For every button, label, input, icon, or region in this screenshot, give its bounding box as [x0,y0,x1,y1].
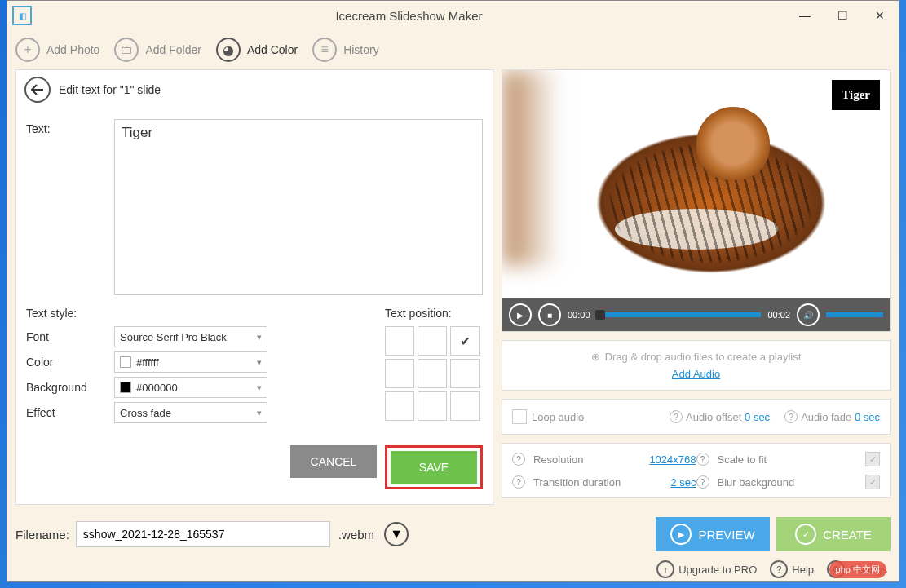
edit-header: Edit text for "1" slide [16,70,493,109]
output-settings: ? Resolution 1024x768 ? Scale to fit ✓ ?… [502,443,891,498]
tiger-illustration [550,91,843,278]
filename-input[interactable] [76,521,330,547]
time-total: 00:02 [767,310,790,320]
save-highlight: SAVE [385,445,483,489]
audio-offset-value[interactable]: 0 sec [745,411,770,423]
font-dropdown[interactable]: Source Serif Pro Black [114,326,267,347]
close-button[interactable]: ✕ [861,2,899,29]
player-bar: ▶ ■ 00:00 00:02 🔊 [502,298,890,331]
save-button[interactable]: SAVE [391,451,477,484]
position-top-left[interactable] [385,326,414,356]
window-title: Icecream Slideshow Maker [32,9,786,23]
window-controls: — ☐ ✕ [786,2,899,29]
position-bottom-center[interactable] [418,391,447,421]
palette-icon: ◕ [216,38,241,62]
blur-row: ? Blur background ✓ [696,475,881,489]
transition-value[interactable]: 2 sec [670,476,696,489]
help-icon[interactable]: ? [696,475,709,489]
chevron-down-icon: ▼ [390,527,403,542]
preview-image: Tiger [502,70,890,298]
audio-offset-field: ? Audio offset 0 sec [670,410,770,423]
background-label: Background [26,381,114,394]
add-audio-link[interactable]: Add Audio [672,368,720,380]
app-icon: ◧ [12,6,32,25]
audio-panel: ⊕ Drag & drop audio files to create a pl… [502,340,891,391]
preview-button[interactable]: ▶ PREVIEW [656,517,770,551]
upgrade-link[interactable]: ↑ Upgrade to PRO [656,560,757,578]
effect-label: Effect [26,406,114,419]
color-swatch [120,356,131,368]
color-label: Color [26,356,114,369]
edit-title: Edit text for "1" slide [59,83,161,96]
position-bottom-left[interactable] [385,391,414,421]
volume-bar[interactable] [826,312,883,317]
position-middle-right[interactable] [450,359,480,388]
position-grid: ✔ [385,326,483,421]
blur-checkbox[interactable]: ✓ [865,475,880,489]
position-middle-left[interactable] [385,359,414,388]
position-middle-center[interactable] [418,359,447,388]
create-button[interactable]: ✓ CREATE [776,517,891,551]
audio-fade-value[interactable]: 0 sec [855,411,880,423]
edit-panel: Edit text for "1" slide Text: Text style… [15,69,493,505]
add-photo-button[interactable]: + Add Photo [15,38,99,62]
background-dropdown[interactable]: #000000 [114,377,267,398]
scale-checkbox[interactable]: ✓ [865,452,880,466]
position-bottom-right[interactable] [450,391,480,421]
footer: ↑ Upgrade to PRO ? Help ⚙ Settings [7,557,899,581]
time-current: 00:00 [568,310,590,320]
history-button[interactable]: ≡ History [312,38,379,62]
progress-thumb[interactable] [595,310,605,320]
add-color-button[interactable]: ◕ Add Color [216,38,298,62]
right-column: Tiger ▶ ■ 00:00 00:02 🔊 ⊕ Drag & drop au… [502,69,891,505]
arrow-left-icon [31,84,44,95]
loop-audio-checkbox[interactable]: Loop audio [512,409,584,424]
text-style-group: Text style: Font Source Serif Pro Black … [26,307,369,427]
ext-dropdown-button[interactable]: ▼ [384,522,409,546]
play-icon: ▶ [670,524,692,545]
minimize-button[interactable]: — [786,2,824,29]
text-position-group: Text position: ✔ [385,307,483,427]
filename-ext: .webm [338,528,374,542]
help-icon[interactable]: ? [696,453,709,466]
stop-button[interactable]: ■ [538,303,561,326]
plus-icon: + [15,38,40,62]
play-button[interactable]: ▶ [509,303,532,326]
check-icon: ✓ [795,524,816,545]
position-top-center[interactable] [418,326,447,356]
resolution-row: ? Resolution 1024x768 [512,452,696,466]
font-label: Font [26,330,114,343]
dialog-buttons: CANCEL SAVE [16,431,493,504]
progress-bar[interactable] [597,312,762,317]
caption-textarea[interactable] [114,119,483,295]
add-folder-button[interactable]: 🗀 Add Folder [114,38,201,62]
resolution-value[interactable]: 1024x768 [649,453,696,466]
help-icon[interactable]: ? [512,475,525,489]
position-title: Text position: [385,307,483,320]
help-icon[interactable]: ? [670,410,683,423]
help-link[interactable]: ? Help [770,560,814,578]
style-section: Text style: Font Source Serif Pro Black … [16,295,493,427]
text-row: Text: [16,109,493,295]
main-area: Edit text for "1" slide Text: Text style… [7,69,899,511]
bg-swatch [120,382,131,393]
back-button[interactable] [24,77,51,103]
filename-label: Filename: [15,528,69,542]
watermark: php 中文网 [829,561,886,578]
mute-button[interactable]: 🔊 [797,303,820,326]
help-icon: ? [770,560,788,578]
audio-options: Loop audio ? Audio offset 0 sec ? Audio … [502,399,891,435]
maximize-button[interactable]: ☐ [824,2,861,29]
transition-row: ? Transition duration 2 sec [512,475,696,489]
arrow-up-icon: ↑ [656,560,674,578]
audio-hint: ⊕ Drag & drop audio files to create a pl… [591,351,802,363]
position-top-right[interactable]: ✔ [450,326,480,356]
effect-dropdown[interactable]: Cross fade [114,402,267,423]
cancel-button[interactable]: CANCEL [290,445,377,478]
preview-panel: Tiger ▶ ■ 00:00 00:02 🔊 [502,69,891,332]
color-dropdown[interactable]: #ffffff [114,351,267,373]
help-icon[interactable]: ? [784,410,798,423]
bottom-bar: Filename: .webm ▼ ▶ PREVIEW ✓ CREATE [7,511,899,557]
help-icon[interactable]: ? [512,453,525,466]
list-icon: ≡ [312,38,337,62]
